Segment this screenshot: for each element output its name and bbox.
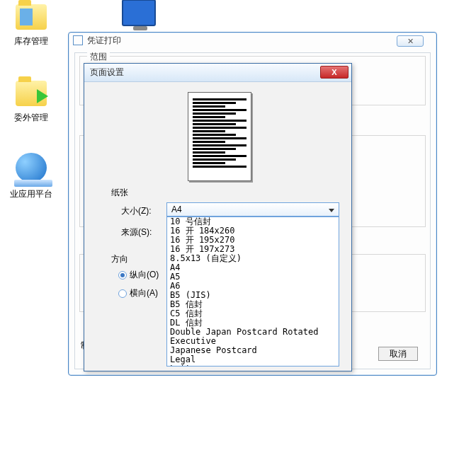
page-preview [188, 92, 251, 181]
desktop-icon-platform[interactable]: 业应用平台 [3, 153, 60, 200]
paper-size-value: A4 [171, 204, 182, 214]
orientation-portrait-radio[interactable]: 纵向(O) [118, 269, 159, 281]
voucher-window-close-button[interactable]: ✕ [397, 35, 424, 47]
paper-size-option[interactable]: A5 [167, 272, 339, 282]
paper-size-combobox[interactable]: A4 [166, 202, 339, 217]
voucher-window-titlebar[interactable]: 凭证打印 [69, 33, 436, 48]
window-icon [73, 35, 83, 45]
voucher-cancel-button[interactable]: 取消 [378, 347, 418, 361]
radio-icon [118, 289, 127, 298]
paper-size-dropdown-list[interactable]: 10 号信封16 开 184x26016 开 195x27016 开 197x2… [166, 217, 339, 367]
orientation-section-label: 方向 [111, 253, 128, 265]
chevron-down-icon [327, 205, 336, 215]
desktop-icon-outsourcing[interactable]: 委外管理 [3, 76, 60, 124]
monitor-icon [122, 0, 156, 30]
globe-tray-icon [14, 153, 48, 187]
desktop-icon-inventory[interactable]: 库存管理 [3, 0, 60, 47]
desktop-icon-label: 业应用平台 [3, 188, 60, 200]
orientation-landscape-radio[interactable]: 横向(A) [118, 287, 158, 299]
paper-size-option[interactable]: A4 [167, 263, 339, 272]
page-setup-titlebar[interactable]: 页面设置 X [84, 64, 351, 82]
desktop-icon-label: 库存管理 [3, 35, 60, 47]
paper-section-label: 纸张 [111, 187, 128, 199]
paper-size-option[interactable]: Letter [167, 364, 339, 367]
page-setup-close-button[interactable]: X [320, 66, 348, 79]
cancel-label: 取消 [390, 348, 407, 360]
folder-icon [14, 0, 48, 34]
desktop-icon-terminal[interactable] [110, 0, 167, 31]
radio-icon [118, 271, 127, 279]
close-icon: ✕ [407, 37, 414, 46]
paper-source-label: 来源(S): [121, 226, 152, 238]
landscape-label: 横向(A) [130, 287, 158, 299]
portrait-label: 纵向(O) [130, 269, 159, 281]
paper-size-label: 大小(Z): [121, 205, 152, 217]
voucher-window-title: 凭证打印 [87, 35, 121, 47]
close-icon: X [332, 68, 336, 76]
desktop-icon-label: 委外管理 [3, 112, 60, 124]
paper-size-option[interactable]: 8.5x13 (自定义) [167, 254, 339, 263]
page-setup-dialog: 页面设置 X 纸张 大小(Z): 来源(S): 方向 A4 纵向(O) 横向(A… [84, 63, 352, 371]
range-section-label: 范围 [87, 51, 110, 63]
page-setup-title: 页面设置 [90, 67, 124, 79]
folder-arrow-icon [14, 76, 48, 110]
